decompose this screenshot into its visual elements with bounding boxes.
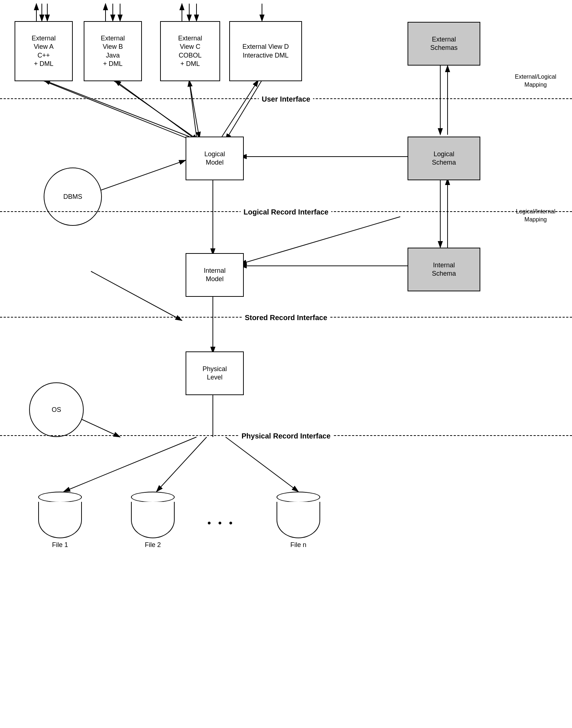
logical-schema-label: Logical Schema (432, 150, 456, 167)
physical-level-label: Physical Level (202, 365, 227, 382)
filen-cylinder-top (277, 492, 320, 503)
file2-cylinder: File 2 (131, 492, 175, 549)
file2-cylinder-body (131, 502, 175, 538)
diagram-container: External View A C++ + DML External View … (0, 0, 572, 728)
filen-cylinder-body (277, 502, 320, 538)
svg-line-14 (189, 80, 199, 138)
svg-line-26 (91, 271, 182, 320)
external-view-d: External View D Interactive DML (229, 21, 302, 81)
svg-line-15 (226, 80, 262, 140)
user-interface-label: User Interface (259, 95, 313, 103)
stored-record-interface-line: Stored Record Interface (0, 317, 572, 318)
external-schemas: External Schemas (408, 22, 480, 66)
external-view-b-label: External View B Java + DML (101, 34, 125, 68)
file2-label: File 2 (145, 541, 161, 549)
ext-logical-mapping-label: External/Logical Mapping (507, 73, 565, 89)
logical-record-interface-line: Logical Record Interface (0, 211, 572, 212)
external-view-d-label: External View D Interactive DML (242, 43, 289, 60)
internal-schema: Internal Schema (408, 248, 480, 291)
internal-schema-label: Internal Schema (432, 261, 456, 278)
logical-schema: Logical Schema (408, 137, 480, 180)
logical-model: Logical Model (186, 137, 244, 180)
svg-line-19 (222, 80, 258, 137)
file1-cylinder-body (38, 502, 82, 538)
stored-record-interface-label: Stored Record Interface (242, 314, 330, 322)
svg-line-12 (42, 80, 196, 142)
dbms-label: DBMS (63, 193, 82, 201)
external-view-c: External View C COBOL + DML (160, 21, 220, 81)
svg-line-30 (64, 437, 196, 492)
filen-label: File n (290, 541, 306, 549)
internal-model: Internal Model (186, 253, 244, 297)
filen-cylinder: File n (277, 492, 320, 549)
external-view-a-label: External View A C++ + DML (32, 34, 56, 68)
physical-level: Physical Level (186, 351, 244, 395)
file1-cylinder-top (38, 492, 82, 503)
svg-line-37 (93, 160, 186, 193)
physical-record-interface-line: Physical Record Interface (0, 435, 572, 436)
physical-record-interface-label: Physical Record Interface (239, 432, 334, 440)
dots-label: • • • (207, 517, 235, 529)
internal-model-label: Internal Model (204, 267, 226, 284)
external-view-c-label: External View C COBOL + DML (178, 34, 202, 68)
os-circle: OS (29, 382, 84, 437)
dbms-circle: DBMS (44, 168, 102, 226)
external-view-a: External View A C++ + DML (15, 21, 73, 81)
logical-model-label: Logical Model (204, 150, 225, 167)
user-interface-line: User Interface (0, 98, 572, 99)
svg-line-31 (156, 437, 207, 492)
file1-label: File 1 (52, 541, 68, 549)
file1-cylinder: File 1 (38, 492, 82, 549)
svg-line-24 (240, 217, 400, 264)
external-view-b: External View B Java + DML (84, 21, 142, 81)
svg-line-32 (226, 437, 298, 492)
file2-cylinder-top (131, 492, 175, 503)
svg-line-16 (44, 80, 189, 137)
svg-line-18 (189, 80, 196, 137)
os-label: OS (52, 406, 61, 414)
svg-line-13 (113, 80, 198, 140)
svg-line-17 (115, 80, 192, 137)
logical-record-interface-label: Logical Record Interface (241, 208, 331, 216)
logical-internal-mapping-label: Logical/Internal Mapping (507, 208, 565, 224)
external-schemas-label: External Schemas (430, 35, 457, 52)
arrows-svg (0, 0, 572, 728)
